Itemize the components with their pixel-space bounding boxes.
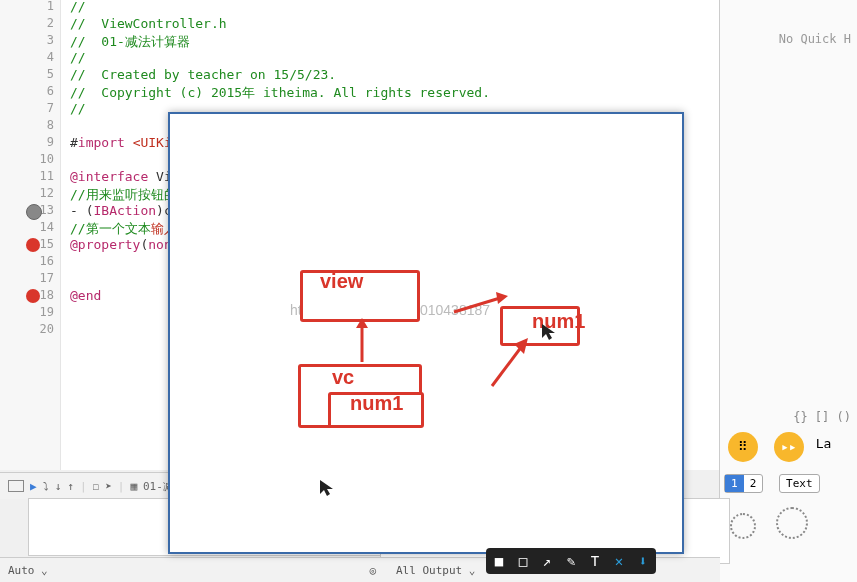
no-quick-help-label: No Quick H: [779, 32, 851, 46]
auto-dropdown[interactable]: Auto ⌄: [8, 564, 48, 577]
location-icon[interactable]: ➤: [105, 480, 112, 493]
line-number: 14: [34, 220, 54, 234]
continue-icon[interactable]: ▶: [30, 480, 37, 493]
text-tool-icon[interactable]: T: [586, 552, 604, 570]
gutter: 1234567891011121314151617181920: [0, 0, 61, 470]
line-number: 16: [34, 254, 54, 268]
code-line[interactable]: // Created by teacher on 15/5/23.: [70, 67, 336, 82]
line-number: 1: [34, 0, 54, 13]
line-number: 17: [34, 271, 54, 285]
error-icon[interactable]: [26, 238, 40, 252]
brackets-icon[interactable]: []: [815, 410, 829, 424]
cursor-icon: [540, 322, 560, 342]
segment-1[interactable]: 1: [725, 475, 744, 492]
play-button[interactable]: ▸▸: [774, 432, 804, 462]
download-icon[interactable]: ⬇: [634, 552, 652, 570]
hide-icon[interactable]: [8, 480, 24, 492]
outlet-icon[interactable]: [26, 204, 42, 220]
code-line[interactable]: //: [70, 101, 86, 116]
line-number: 11: [34, 169, 54, 183]
braces-icon[interactable]: {}: [793, 410, 807, 424]
svg-line-2: [454, 298, 500, 312]
line-number: 4: [34, 50, 54, 64]
parens-icon[interactable]: (): [837, 410, 851, 424]
label-la: La: [816, 436, 832, 451]
cursor-icon: [318, 478, 338, 498]
diagram-overlay: http://blog.csdn.net/u010438187 view vc …: [168, 112, 684, 554]
output-dropdown[interactable]: All Output ⌄: [396, 564, 475, 577]
line-number: 5: [34, 67, 54, 81]
annotation-toolbar[interactable]: ■ □ ↗ ✎ T ✕ ⬇: [486, 548, 656, 574]
line-number: 19: [34, 305, 54, 319]
step-out-icon[interactable]: ↑: [67, 480, 74, 493]
svg-marker-3: [496, 292, 508, 304]
line-number: 7: [34, 101, 54, 115]
step-in-icon[interactable]: ↓: [55, 480, 62, 493]
line-number: 10: [34, 152, 54, 166]
arrow-up-icon: [352, 318, 372, 364]
segment-2[interactable]: 2: [744, 475, 763, 492]
view-label: view: [320, 270, 363, 293]
text-button[interactable]: Text: [779, 474, 820, 493]
arrow-diag-icon: [486, 336, 532, 392]
line-number: 12: [34, 186, 54, 200]
vc-label: vc: [332, 366, 354, 389]
step-over-icon[interactable]: ⤵: [43, 480, 49, 493]
line-number: 20: [34, 322, 54, 336]
process-icon[interactable]: ▦: [130, 480, 137, 493]
arrow-tool-icon[interactable]: ↗: [538, 552, 556, 570]
code-line[interactable]: //: [70, 50, 86, 65]
code-line[interactable]: // Copyright (c) 2015年 itheima. All righ…: [70, 84, 490, 102]
rect-outline-icon[interactable]: □: [514, 552, 532, 570]
arrow-right-icon: [452, 290, 512, 320]
code-line[interactable]: // ViewController.h: [70, 16, 227, 31]
grid-button[interactable]: ⠿: [728, 432, 758, 462]
activity-indicator-small: [730, 513, 756, 539]
object-library: {} [] () ⠿ ▸▸ La 12 Text: [720, 410, 857, 552]
line-number: 3: [34, 33, 54, 47]
line-number: 6: [34, 84, 54, 98]
segment-control[interactable]: 12: [724, 474, 763, 493]
inspector-panel: No Quick H {} [] () ⠿ ▸▸ La 12 Text: [719, 0, 857, 582]
line-number: 2: [34, 16, 54, 30]
rect-fill-icon[interactable]: ■: [490, 552, 508, 570]
view-debug-icon[interactable]: ☐: [93, 480, 100, 493]
line-number: 8: [34, 118, 54, 132]
code-line[interactable]: // 01-减法计算器: [70, 33, 190, 51]
filter-icon-left[interactable]: ◎: [369, 564, 376, 577]
svg-marker-1: [356, 318, 368, 328]
error-icon[interactable]: [26, 289, 40, 303]
num1-label-a: num1: [350, 392, 403, 415]
close-icon[interactable]: ✕: [610, 552, 628, 570]
code-line[interactable]: @end: [70, 288, 101, 303]
code-line[interactable]: //: [70, 0, 86, 14]
svg-line-4: [492, 346, 522, 386]
line-number: 9: [34, 135, 54, 149]
pin-icon[interactable]: ✎: [562, 552, 580, 570]
activity-indicator-large: [776, 507, 808, 539]
